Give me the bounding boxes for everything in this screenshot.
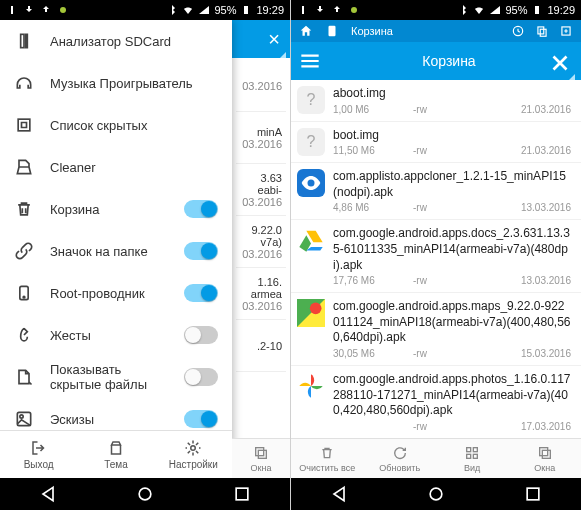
- file-date: 13.03.2016: [521, 202, 571, 213]
- svg-rect-27: [467, 447, 471, 451]
- file-row[interactable]: ?aboot.img1,00 М6-rw21.03.2016: [291, 80, 581, 122]
- android-navbar: [291, 478, 581, 510]
- svg-point-33: [430, 488, 442, 500]
- drawer-item-7[interactable]: Жесты: [0, 314, 232, 356]
- drawer-item-9[interactable]: Эскизы: [0, 398, 232, 430]
- svg-rect-29: [467, 454, 471, 458]
- bottombar-peek: Окна: [232, 438, 290, 478]
- android-icon: [348, 4, 360, 16]
- toggle[interactable]: [184, 326, 218, 344]
- svg-rect-31: [539, 447, 547, 455]
- home-button[interactable]: [135, 484, 155, 504]
- drawer-item-label: Жесты: [50, 328, 168, 343]
- toggle[interactable]: [184, 410, 218, 428]
- file-date: 13.03.2016: [521, 275, 571, 286]
- drawer-item-label: Значок на папке: [50, 244, 168, 259]
- download-icon: [23, 4, 35, 16]
- file-date: 21.03.2016: [521, 145, 571, 156]
- drawer-item-icon: [14, 241, 34, 261]
- svg-point-10: [191, 446, 196, 451]
- svg-point-23: [308, 180, 315, 187]
- file-row[interactable]: ?boot.img11,50 М6-rw21.03.2016: [291, 122, 581, 164]
- clear-all-button[interactable]: Очистить все: [291, 439, 364, 478]
- clock: 19:29: [547, 4, 575, 16]
- exit-button[interactable]: Выход: [0, 431, 77, 478]
- svg-rect-34: [527, 488, 539, 500]
- file-perm: -rw: [413, 348, 453, 359]
- file-date: 21.03.2016: [521, 104, 571, 115]
- back-button[interactable]: [38, 484, 58, 504]
- file-date: 17.03.2016: [521, 421, 571, 432]
- android-navbar: [0, 478, 290, 510]
- theme-button[interactable]: Тема: [77, 431, 154, 478]
- file-size: 4,86 М6: [333, 202, 393, 213]
- drawer-item-5[interactable]: Значок на папке: [0, 230, 232, 272]
- file-perm: -rw: [413, 202, 453, 213]
- new-icon[interactable]: [559, 24, 573, 38]
- drawer-item-label: Анализатор SDCard: [50, 34, 218, 49]
- svg-point-13: [139, 488, 151, 500]
- svg-rect-14: [236, 488, 248, 500]
- theme-icon: [107, 439, 125, 457]
- settings-button[interactable]: Настройки: [155, 431, 232, 478]
- drawer-item-icon: [14, 115, 34, 135]
- file-list[interactable]: ?aboot.img1,00 М6-rw21.03.2016?boot.img1…: [291, 80, 581, 438]
- svg-point-1: [60, 7, 66, 13]
- sd-icon[interactable]: [325, 24, 339, 38]
- upload-icon: [40, 4, 52, 16]
- drawer-item-label: Список скрытых: [50, 118, 218, 133]
- history-icon[interactable]: [511, 24, 525, 38]
- back-button[interactable]: [329, 484, 349, 504]
- topbar: Корзина: [291, 42, 581, 80]
- drawer-item-2[interactable]: Список скрытых: [0, 104, 232, 146]
- drawer-item-label: Показывать скрытые файлы: [50, 362, 168, 392]
- battery-icon: [531, 4, 543, 16]
- svg-point-7: [23, 296, 25, 298]
- bluetooth-icon: [457, 4, 469, 16]
- close-icon[interactable]: ×: [268, 28, 280, 51]
- home-button[interactable]: [426, 484, 446, 504]
- toggle[interactable]: [184, 368, 218, 386]
- trash-icon: [319, 445, 335, 461]
- close-icon[interactable]: [547, 50, 573, 76]
- toggle[interactable]: [184, 200, 218, 218]
- file-name: com.google.android.apps.docs_2.3.631.13.…: [333, 226, 571, 273]
- page-title: Корзина: [323, 53, 575, 69]
- drawer-item-1[interactable]: Музыка Проигрыватель: [0, 62, 232, 104]
- device-right: 95% 19:29 Корзина Корзина ?aboot.img1,00…: [291, 0, 581, 510]
- file-row[interactable]: com.applisto.appcloner_1.2.1-15_minAPI15…: [291, 163, 581, 220]
- notif-icon: [297, 4, 309, 16]
- menu-icon[interactable]: [297, 48, 323, 74]
- file-size: 30,05 М6: [333, 348, 393, 359]
- toggle[interactable]: [184, 284, 218, 302]
- drawer-item-8[interactable]: Показывать скрытые файлы: [0, 356, 232, 398]
- home-icon[interactable]: [299, 24, 313, 38]
- file-row[interactable]: com.google.android.apps.docs_2.3.631.13.…: [291, 220, 581, 293]
- windows-button[interactable]: Окна: [232, 439, 290, 478]
- toggle[interactable]: [184, 242, 218, 260]
- drawer-item-4[interactable]: Корзина: [0, 188, 232, 230]
- file-size: [333, 421, 393, 432]
- file-name: com.applisto.appcloner_1.2.1-15_minAPI15…: [333, 169, 571, 200]
- svg-rect-28: [474, 447, 478, 451]
- drawer-item-icon: [14, 157, 34, 177]
- signal-icon: [489, 4, 501, 16]
- drawer-item-6[interactable]: Root-проводник: [0, 272, 232, 314]
- drawer-item-label: Root-проводник: [50, 286, 168, 301]
- path-label[interactable]: Корзина: [351, 25, 393, 37]
- drawer-item-label: Эскизы: [50, 412, 168, 427]
- notif-icon: [6, 4, 18, 16]
- file-perm: -rw: [413, 421, 453, 432]
- view-button[interactable]: Вид: [436, 439, 509, 478]
- windows-button[interactable]: Окна: [509, 439, 582, 478]
- file-row[interactable]: com.google.android.apps.photos_1.16.0.11…: [291, 366, 581, 438]
- copy-icon[interactable]: [535, 24, 549, 38]
- file-row[interactable]: com.google.android.apps.maps_9.22.0-9220…: [291, 293, 581, 366]
- drawer-item-0[interactable]: Анализатор SDCard: [0, 20, 232, 62]
- file-size: 11,50 М6: [333, 145, 393, 156]
- refresh-button[interactable]: Обновить: [364, 439, 437, 478]
- recent-button[interactable]: [232, 484, 252, 504]
- drawer-item-3[interactable]: Cleaner: [0, 146, 232, 188]
- file-icon: ?: [297, 128, 325, 156]
- recent-button[interactable]: [523, 484, 543, 504]
